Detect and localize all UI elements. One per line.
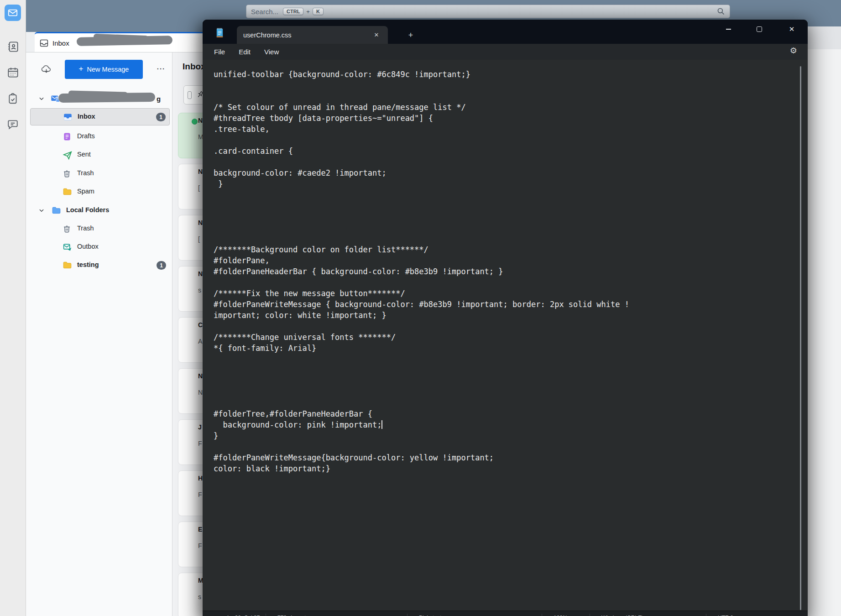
unread-count-badge: 1 (157, 261, 166, 270)
message-sender: N (198, 372, 203, 380)
folder-pane-more-button[interactable]: ... (154, 63, 168, 75)
plus-separator: + (306, 8, 310, 15)
k-keycap: K (313, 8, 324, 15)
space-button-calendar[interactable] (5, 64, 21, 80)
code-line: background-color: pink !important; (214, 419, 382, 430)
minimize-button[interactable] (715, 20, 742, 39)
editor-scrollbar[interactable] (800, 66, 801, 610)
text-cursor (381, 420, 382, 429)
folder-row-local-folders[interactable]: Local Folders (30, 202, 170, 219)
code-line: #folderPaneWriteMessage { background-col… (214, 299, 629, 310)
folder-blue-icon (52, 206, 61, 215)
message-subject: [ (198, 235, 200, 243)
close-button[interactable]: ✕ (778, 20, 805, 39)
folder-yellow-icon (63, 261, 72, 270)
address-book-icon (7, 41, 19, 53)
code-line: /* Set colour of unread in thread pane/m… (214, 102, 466, 113)
code-line: #folderPaneHeaderBar { background-color:… (214, 266, 503, 277)
notepad-menubar: FileEditView (203, 44, 808, 60)
folder-label: Local Folders (66, 206, 109, 214)
new-tab-button[interactable]: + (404, 30, 417, 41)
folder-row-outbox[interactable]: Outbox (30, 239, 170, 256)
folder-label: Trash (77, 224, 94, 232)
status-separator (590, 614, 590, 616)
space-button-chat[interactable] (5, 116, 21, 133)
menu-edit[interactable]: Edit (232, 46, 257, 58)
outbox-icon (63, 242, 73, 252)
code-line: .card-container { (214, 146, 293, 157)
menu-file[interactable]: File (207, 46, 232, 58)
plus-icon: + (79, 64, 84, 73)
chevron-down-icon[interactable] (38, 207, 45, 214)
folder-row-inbox[interactable]: Inbox1 (30, 108, 170, 125)
settings-gear-icon[interactable]: ⚙ (790, 46, 797, 56)
filter-slot-icon (188, 91, 192, 99)
inbox-icon (63, 112, 73, 122)
space-button-tasks[interactable] (5, 90, 21, 107)
account-name-suffix: g (157, 95, 161, 103)
code-line: important; color: white !important; } (214, 310, 387, 321)
menu-view[interactable]: View (257, 46, 286, 58)
space-button-address-book[interactable] (5, 38, 21, 55)
message-subject: N (198, 389, 203, 396)
message-sender: N (198, 117, 203, 124)
search-input[interactable]: Search... CTRL + K (246, 5, 730, 18)
message-subject: F (198, 491, 202, 498)
message-subject: s (198, 287, 201, 294)
folder-row-drafts[interactable]: Drafts (30, 128, 170, 146)
calendar-icon (7, 66, 19, 78)
text-editor-area[interactable]: unified-toolbar {background-color: #6c84… (203, 60, 808, 611)
notepad-app-icon (214, 27, 225, 39)
status-separator (266, 614, 266, 616)
trash-icon (63, 169, 71, 178)
spaces-toolbar (0, 0, 26, 616)
folder-label: Trash (77, 169, 94, 177)
message-sender: N (198, 168, 203, 175)
folder-label: Inbox (78, 113, 95, 120)
new-message-button[interactable]: + New Message (65, 60, 143, 79)
minimize-icon (726, 29, 731, 29)
unread-dot-icon (192, 119, 198, 125)
message-subject: [ (198, 184, 200, 192)
code-line: } (214, 430, 218, 441)
message-sender: N (198, 219, 203, 226)
folder-row-testing[interactable]: testing1 (30, 257, 170, 274)
tab-close-icon[interactable]: ✕ (371, 30, 382, 41)
message-subject: F (198, 542, 202, 549)
folder-row-trash[interactable]: Trash (30, 165, 170, 183)
space-button-mail[interactable] (5, 5, 21, 21)
thunderbird-right-pane (808, 49, 841, 616)
thunderbird-right-pane-edge (808, 26, 841, 49)
folder-label: Spam (77, 188, 94, 195)
folder-yellow-icon (63, 187, 72, 196)
maximize-icon (757, 26, 762, 32)
message-subject: F (198, 440, 202, 447)
chat-icon (7, 119, 19, 131)
message-subject: A (198, 338, 202, 345)
tab-label: Inbox (52, 39, 69, 47)
folder-row-sent[interactable]: Sent (30, 146, 170, 164)
maximize-button[interactable] (746, 20, 773, 39)
message-sender: N (198, 270, 203, 277)
search-icon[interactable] (717, 7, 725, 16)
new-message-label: New Message (87, 66, 129, 73)
notepad-tab[interactable]: userChrome.css ✕ (237, 26, 388, 44)
code-line: .tree-table, (214, 124, 270, 135)
trash-icon (63, 224, 71, 234)
folder-label: Outbox (77, 243, 99, 250)
code-line: /*******Change universal fonts *******/ (214, 332, 396, 343)
folder-row-spam[interactable]: Spam (30, 183, 170, 201)
folder-row-trash[interactable]: Trash (30, 220, 170, 238)
status-separator (407, 614, 407, 616)
notepad-tab-title: userChrome.css (243, 31, 292, 39)
close-icon: ✕ (789, 25, 795, 33)
code-line: #folderTree,#folderPaneHeaderBar { (214, 408, 372, 419)
notepad-window: userChrome.css ✕ + ✕ FileEditView ⚙ unif… (203, 20, 808, 616)
code-line: color: black !important;} (214, 463, 330, 474)
code-line: *{ font-family: Arial} (214, 343, 316, 354)
message-sender: E (198, 526, 202, 533)
message-subject: s (198, 593, 201, 600)
unread-count-badge: 1 (156, 113, 166, 121)
chevron-down-icon[interactable] (38, 95, 45, 102)
get-messages-cloud-icon[interactable] (41, 64, 52, 75)
